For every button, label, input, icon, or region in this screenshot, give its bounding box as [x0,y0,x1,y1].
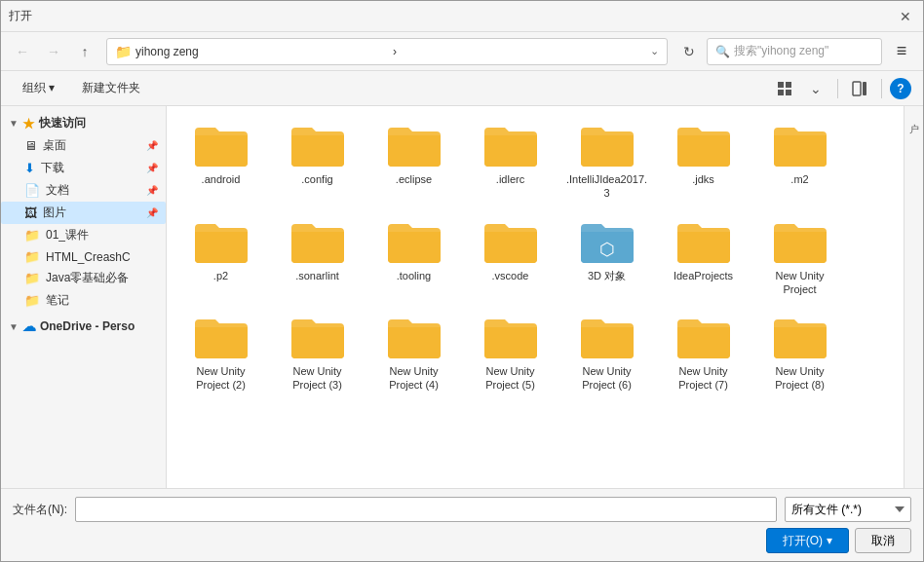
sidebar-item-01-label: 01_课件 [46,227,158,244]
folder-icon-notes: 📁 [24,293,40,308]
file-item[interactable]: .jdks [657,114,750,206]
folder-icon [192,216,250,265]
filename-input[interactable] [75,497,777,522]
file-item[interactable]: New Unity Project (4) [367,306,460,398]
address-separator: › [393,45,646,58]
sidebar-item-downloads[interactable]: ⬇ 下载 📌 [1,157,166,179]
onedrive-header[interactable]: ▼ ☁ OneDrive - Perso [1,316,166,337]
quick-access-section: ▼ ★ 快速访问 🖥 桌面 📌 ⬇ 下载 📌 📄 文档 📌 [1,110,166,314]
sidebar-item-desktop[interactable]: 🖥 桌面 📌 [1,134,166,157]
cancel-button[interactable]: 取消 [855,528,911,553]
up-button[interactable]: ↑ [71,38,98,65]
divider [837,79,838,98]
pin-icon2: 📌 [146,163,158,173]
file-item[interactable]: .IntelliJIdea2017.3 [560,114,653,206]
sidebar-item-pictures[interactable]: 🖼 图片 📌 [1,202,166,224]
view-controls: ⌄ ? [771,75,911,102]
folder-icon [578,120,636,169]
folder-icon [481,120,540,169]
sidebar-item-notes-label: 笔记 [46,292,158,309]
filename-row: 文件名(N): 所有文件 (*.*) [13,497,911,522]
address-chevron-icon[interactable]: ⌄ [650,45,659,57]
file-item[interactable]: New Unity Project (8) [753,306,846,398]
file-grid: .android .config .eclipse .idlerc .Intel… [174,114,896,398]
sidebar-item-notes[interactable]: 📁 笔记 [1,289,166,312]
new-folder-button[interactable]: 新建文件夹 [72,75,150,102]
sidebar-item-java[interactable]: 📁 Java零基础必备 [1,267,166,289]
right-panel: 户 [904,106,923,488]
folder-icon [481,216,540,265]
file-item[interactable]: New Unity Project (7) [657,306,750,398]
view-chevron-button[interactable]: ⌄ [802,75,829,102]
file-item[interactable]: New Unity Project (5) [464,306,557,398]
pin-icon3: 📌 [146,185,158,196]
filetype-select[interactable]: 所有文件 (*.*) [785,497,911,522]
svg-rect-1 [786,82,791,88]
file-item[interactable]: .sonarlint [271,210,364,303]
file-name: .idlerc [496,172,524,186]
file-item[interactable]: New Unity Project [753,210,846,303]
file-name: New Unity Project (5) [468,364,553,393]
sidebar-item-01-course[interactable]: 📁 01_课件 [1,224,166,246]
close-button[interactable]: ✕ [896,7,915,26]
file-item[interactable]: .tooling [367,210,460,303]
address-bar[interactable]: 📁 yihong zeng › ⌄ [106,38,668,65]
file-item[interactable]: .config [271,114,364,206]
file-name: New Unity Project (6) [564,364,649,393]
special-folder-icon: ⬡ [578,216,636,265]
folder-icon-html: 📁 [24,249,40,264]
quick-access-header[interactable]: ▼ ★ 快速访问 [1,112,166,134]
file-item[interactable]: New Unity Project (3) [271,306,364,398]
file-item[interactable]: .android [174,114,267,206]
svg-text:⬡: ⬡ [599,240,615,259]
file-area: .android .config .eclipse .idlerc .Intel… [167,106,904,488]
file-item[interactable]: .idlerc [464,114,557,206]
folder-icon-01: 📁 [24,228,40,243]
pictures-icon: 🖼 [24,206,37,220]
file-item[interactable]: .p2 [174,210,267,303]
open-button[interactable]: 打开(O) ▾ [766,528,849,553]
folder-icon [289,216,347,265]
folder-icon [674,120,733,169]
help-button[interactable]: ? [890,78,911,99]
action-buttons-row: 打开(O) ▾ 取消 [13,528,911,553]
file-item[interactable]: .vscode [464,210,557,303]
file-item[interactable]: .m2 [753,114,846,206]
file-name: .eclipse [396,172,432,186]
folder-icon [192,120,250,169]
file-item[interactable]: New Unity Project (6) [560,306,653,398]
pin-icon4: 📌 [146,207,158,218]
file-dialog-window: 打开 ✕ ← → ↑ 📁 yihong zeng › ⌄ ↻ 🔍 搜索"yiho… [0,0,924,562]
quick-access-label: 快速访问 [39,115,86,131]
organize-button[interactable]: 组织 ▾ [13,75,64,102]
preview-pane-button[interactable] [846,75,873,102]
search-icon: 🔍 [715,45,730,58]
sidebar-item-documents-label: 文档 [46,182,140,199]
svg-rect-3 [786,90,791,95]
folder-icon [192,312,250,360]
filename-label: 文件名(N): [13,502,67,518]
title-bar-controls: ✕ [896,7,915,26]
forward-button[interactable]: → [40,38,67,65]
file-name: New Unity Project (4) [371,364,456,393]
file-item[interactable]: IdeaProjects [657,210,750,303]
refresh-button[interactable]: ↻ [675,38,703,65]
onedrive-chevron: ▼ [9,321,19,332]
menu-button[interactable]: ≡ [888,38,915,65]
sidebar-item-documents[interactable]: 📄 文档 📌 [1,179,166,202]
sidebar-item-html[interactable]: 📁 HTML_CreashC [1,246,166,267]
view-icon-button-1[interactable] [771,75,798,102]
open-chevron: ▾ [827,534,832,547]
file-item[interactable]: ⬡ 3D 对象 [560,210,653,303]
folder-icon [771,120,829,169]
file-name: .jdks [692,172,714,186]
sidebar-item-html-label: HTML_CreashC [46,250,158,264]
file-item[interactable]: New Unity Project (2) [174,306,267,398]
address-path: yihong zeng [135,45,389,58]
sidebar-item-desktop-label: 桌面 [43,137,140,154]
back-button[interactable]: ← [9,38,36,65]
search-box[interactable]: 🔍 搜索"yihong zeng" [707,38,882,65]
bottom-bar: 文件名(N): 所有文件 (*.*) 打开(O) ▾ 取消 [1,488,923,561]
sidebar-item-java-label: Java零基础必备 [46,270,158,286]
file-item[interactable]: .eclipse [367,114,460,206]
